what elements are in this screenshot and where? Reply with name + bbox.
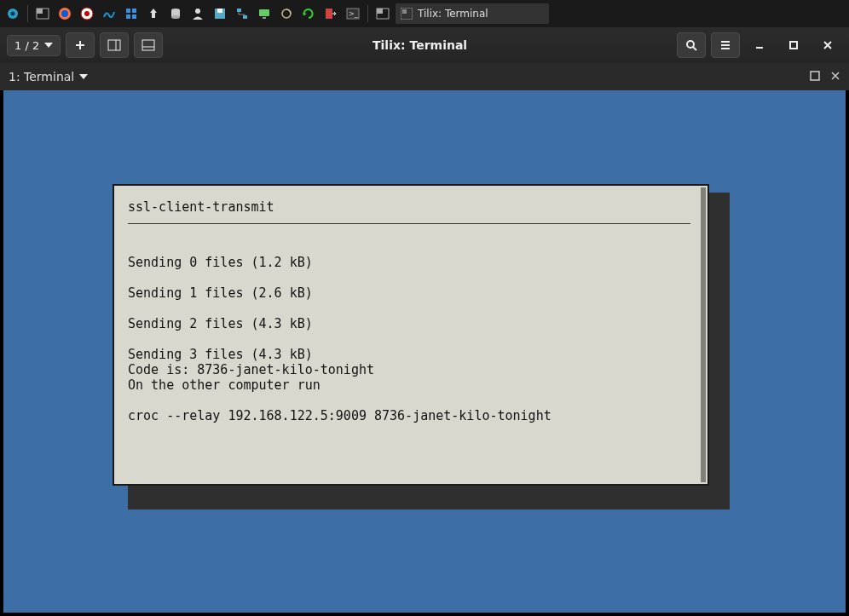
svg-rect-21 <box>263 17 266 19</box>
svg-text:>_: >_ <box>349 10 359 18</box>
titlebar: 1 / 2 Tilix: Terminal <box>0 27 849 63</box>
svg-rect-17 <box>217 9 222 13</box>
svg-rect-37 <box>790 42 797 49</box>
svg-rect-29 <box>402 9 407 14</box>
terminal-canvas[interactable]: ssl-client-transmit Sending 0 files (1.2… <box>0 90 849 616</box>
maximize-icon <box>810 71 820 81</box>
svg-point-15 <box>195 9 200 14</box>
svg-point-1 <box>11 12 15 16</box>
wireshark-icon[interactable] <box>100 4 118 23</box>
upload-icon[interactable] <box>144 4 163 23</box>
workspace-icon[interactable] <box>33 4 52 23</box>
svg-rect-10 <box>126 14 130 19</box>
minimize-button[interactable] <box>745 32 774 58</box>
terminal-small-icon[interactable]: >_ <box>344 4 362 23</box>
close-icon <box>830 71 840 81</box>
terminal-tab[interactable]: 1: Terminal <box>9 70 88 83</box>
tab-close-button[interactable] <box>830 70 840 83</box>
redo-icon[interactable] <box>299 4 318 23</box>
hamburger-menu-button[interactable] <box>711 32 740 58</box>
svg-rect-11 <box>132 14 136 19</box>
svg-rect-3 <box>37 9 43 14</box>
svg-line-35 <box>693 47 696 50</box>
os-taskbar: >_ Tilix: Terminal <box>0 0 849 27</box>
svg-rect-8 <box>126 9 130 13</box>
session-counter: 1 / 2 <box>14 39 39 52</box>
maximize-button[interactable] <box>779 32 808 58</box>
svg-rect-18 <box>237 9 241 12</box>
firefox-icon[interactable] <box>55 4 74 23</box>
chevron-down-icon <box>79 74 88 79</box>
dialog-body: Sending 0 files (1.2 kB) Sending 1 files… <box>128 239 690 423</box>
session-switcher[interactable]: 1 / 2 <box>7 35 61 56</box>
database-icon[interactable] <box>166 4 185 23</box>
show-desktop-icon[interactable] <box>373 4 392 23</box>
taskbar-separator <box>367 5 368 22</box>
svg-point-34 <box>687 41 694 48</box>
search-button[interactable] <box>677 32 706 58</box>
dialog-title: ssl-client-transmit <box>128 199 690 223</box>
close-button[interactable] <box>813 32 842 58</box>
display-icon[interactable] <box>255 4 274 23</box>
search-icon <box>685 39 697 51</box>
window-title: Tilix: Terminal <box>168 38 672 52</box>
taskbar-window-button[interactable]: Tilix: Terminal <box>396 3 549 24</box>
user-icon[interactable] <box>188 4 207 23</box>
disk-icon[interactable] <box>211 4 229 23</box>
minimize-icon <box>754 40 765 50</box>
svg-rect-27 <box>377 9 383 14</box>
terminal-tabbar: 1: Terminal <box>0 63 849 90</box>
svg-point-14 <box>171 15 180 19</box>
svg-rect-19 <box>243 15 247 19</box>
svg-rect-20 <box>259 9 269 16</box>
svg-point-5 <box>61 10 68 17</box>
taskbar-window-label: Tilix: Terminal <box>418 8 488 20</box>
tilix-window: 1 / 2 Tilix: Terminal <box>0 27 849 616</box>
split-down-button[interactable] <box>134 32 163 58</box>
close-icon <box>823 40 833 50</box>
svg-rect-38 <box>811 72 819 80</box>
chevron-down-icon <box>44 43 53 48</box>
taskbar-separator <box>27 5 28 22</box>
exit-icon[interactable] <box>321 4 340 23</box>
terminal-tab-label: 1: Terminal <box>9 70 74 83</box>
svg-rect-32 <box>142 40 154 50</box>
maximize-icon <box>788 40 799 50</box>
tilix-icon <box>401 8 413 20</box>
tui-dialog: ssl-client-transmit Sending 0 files (1.2… <box>113 184 709 486</box>
svg-rect-23 <box>326 9 332 19</box>
svg-point-7 <box>84 11 90 16</box>
hamburger-icon <box>719 39 731 51</box>
svg-rect-9 <box>132 9 136 13</box>
tab-maximize-button[interactable] <box>810 70 820 83</box>
cycle-icon[interactable] <box>277 4 296 23</box>
split-right-button[interactable] <box>100 32 129 58</box>
dialog-scroll-gutter <box>701 187 706 482</box>
svg-rect-30 <box>108 40 120 50</box>
network-icon[interactable] <box>233 4 251 23</box>
grid-app-icon[interactable] <box>122 4 141 23</box>
help-icon[interactable] <box>78 4 96 23</box>
app-menu-icon[interactable] <box>3 4 22 23</box>
dialog-divider <box>128 223 690 224</box>
new-session-button[interactable] <box>66 32 95 58</box>
